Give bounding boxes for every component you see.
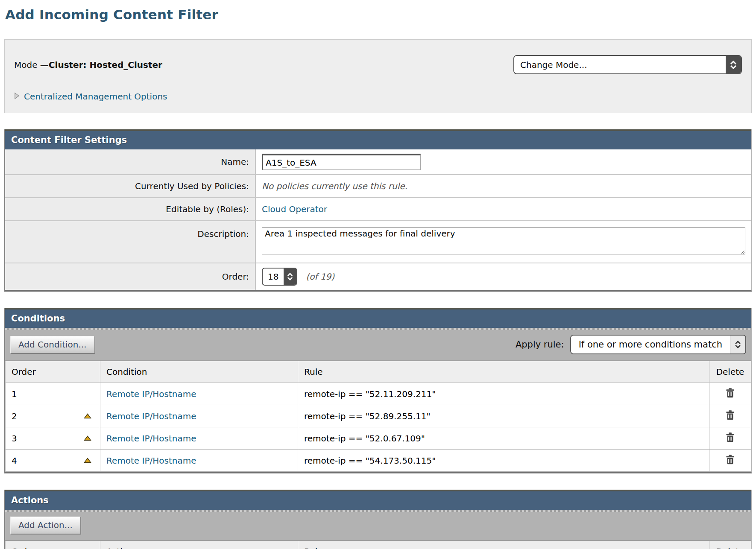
conditions-table: Order Condition Rule Delete 1 Remote IP/…: [5, 360, 751, 472]
order-label: Order:: [5, 263, 255, 290]
actions-header: Actions: [5, 490, 751, 510]
condition-order: 4: [12, 456, 17, 466]
actions-section: Actions Add Action... Order Action Rule …: [4, 490, 752, 549]
condition-row: 4 Remote IP/Hostname remote-ip == "54.17…: [6, 450, 751, 472]
actions-toolbar: Add Action...: [5, 510, 751, 540]
conditions-col-delete: Delete: [709, 361, 751, 383]
mode-text: Mode —Cluster: Hosted_Cluster: [14, 60, 162, 70]
actions-table: Order Action Rule Delete 1 Skip Remainin…: [5, 540, 751, 549]
settings-table: Name: Currently Used by Policies: No pol…: [5, 149, 751, 290]
page-title: Add Incoming Content Filter: [5, 7, 752, 22]
delete-trash-icon[interactable]: [725, 432, 735, 442]
add-condition-button[interactable]: Add Condition...: [10, 336, 95, 353]
condition-rule: remote-ip == "52.11.209.211": [298, 383, 709, 405]
description-row: Description:: [5, 221, 751, 263]
centralized-management-options-link[interactable]: Centralized Management Options: [24, 91, 167, 102]
cloud-operator-link[interactable]: Cloud Operator: [262, 204, 327, 214]
condition-row: 1 Remote IP/Hostname remote-ip == "52.11…: [6, 383, 751, 405]
condition-row: 2 Remote IP/Hostname remote-ip == "52.89…: [6, 405, 751, 427]
order-selected-value: 18: [263, 269, 284, 285]
order-row: Order: 18 (of 19): [5, 263, 751, 290]
name-label: Name:: [5, 149, 255, 175]
actions-col-action: Action: [100, 540, 298, 549]
move-up-icon[interactable]: [84, 458, 91, 463]
actions-col-order: Order: [6, 540, 100, 549]
condition-link[interactable]: Remote IP/Hostname: [106, 433, 196, 444]
add-action-button[interactable]: Add Action...: [10, 517, 81, 534]
condition-rule: remote-ip == "54.173.50.115": [298, 450, 709, 472]
policies-label: Currently Used by Policies:: [5, 175, 255, 198]
policies-row: Currently Used by Policies: No policies …: [5, 175, 751, 198]
condition-link[interactable]: Remote IP/Hostname: [106, 411, 196, 421]
condition-link[interactable]: Remote IP/Hostname: [106, 456, 196, 466]
move-up-icon[interactable]: [84, 435, 91, 441]
conditions-toolbar: Add Condition... Apply rule: If one or m…: [5, 328, 751, 360]
order-of-total: (of 19): [306, 272, 334, 282]
condition-link[interactable]: Remote IP/Hostname: [106, 389, 196, 399]
select-stepper-icon: [730, 336, 745, 353]
change-mode-selected-value: Change Mode...: [514, 56, 726, 73]
order-select[interactable]: 18: [262, 268, 297, 286]
conditions-header: Conditions: [5, 308, 751, 328]
mode-label: Mode: [14, 60, 40, 70]
mode-box: Mode —Cluster: Hosted_Cluster Change Mod…: [4, 39, 752, 113]
description-textarea[interactable]: [262, 227, 745, 254]
name-input[interactable]: [262, 154, 421, 170]
condition-order: 2: [12, 411, 17, 421]
actions-col-delete: Delete: [709, 540, 751, 549]
change-mode-select[interactable]: Change Mode...: [513, 55, 742, 74]
apply-rule-selected-value: If one or more conditions match: [571, 336, 730, 353]
condition-row: 3 Remote IP/Hostname remote-ip == "52.0.…: [6, 427, 751, 450]
condition-rule: remote-ip == "52.89.255.11": [298, 405, 709, 427]
content-filter-settings-header: Content Filter Settings: [5, 129, 751, 149]
condition-rule: remote-ip == "52.0.67.109": [298, 427, 709, 450]
condition-order: 3: [12, 433, 17, 444]
delete-trash-icon[interactable]: [725, 410, 735, 420]
name-row: Name:: [5, 149, 751, 175]
mode-value: —Cluster: Hosted_Cluster: [40, 60, 162, 70]
move-up-icon[interactable]: [84, 413, 91, 419]
disclosure-triangle-icon[interactable]: [14, 92, 20, 101]
apply-rule-select[interactable]: If one or more conditions match: [570, 335, 746, 354]
add-incoming-content-filter-page: Add Incoming Content Filter Mode —Cluste…: [0, 0, 756, 549]
select-stepper-icon: [284, 269, 296, 285]
condition-order: 1: [12, 389, 17, 399]
apply-rule-label: Apply rule:: [516, 339, 564, 350]
roles-label: Editable by (Roles):: [5, 198, 255, 221]
conditions-section: Conditions Add Condition... Apply rule: …: [4, 308, 752, 473]
content-filter-settings-section: Content Filter Settings Name: Currently …: [4, 129, 752, 292]
actions-col-rule: Rule: [298, 540, 709, 549]
description-label: Description:: [5, 221, 255, 263]
conditions-col-order: Order: [6, 361, 100, 383]
conditions-col-rule: Rule: [298, 361, 709, 383]
select-stepper-icon: [726, 56, 741, 73]
roles-row: Editable by (Roles): Cloud Operator: [5, 198, 751, 221]
policies-value: No policies currently use this rule.: [262, 181, 407, 191]
conditions-col-condition: Condition: [100, 361, 298, 383]
delete-trash-icon[interactable]: [725, 454, 735, 464]
delete-trash-icon[interactable]: [725, 388, 735, 398]
